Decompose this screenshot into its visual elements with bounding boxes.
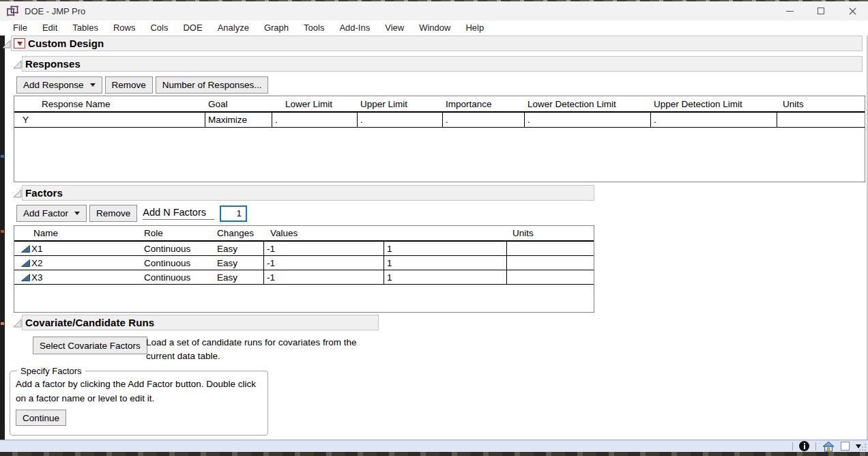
number-of-responses-button[interactable]: Number of Responses...: [156, 76, 269, 94]
disclosure-icon-responses[interactable]: [13, 60, 22, 69]
disclosure-icon-custom-design[interactable]: [2, 40, 11, 48]
remove-factor-button[interactable]: Remove: [89, 205, 137, 222]
add-n-factors-input[interactable]: [220, 205, 247, 222]
close-icon: [849, 8, 856, 15]
close-button[interactable]: [837, 1, 868, 20]
factor-changes-cell[interactable]: Easy: [209, 242, 263, 256]
factor-name-cell[interactable]: X2: [14, 256, 134, 270]
minimize-button[interactable]: [774, 1, 805, 20]
chevron-down-icon: [74, 212, 80, 215]
col-header-upper-detection-limit: Upper Detection Limit: [651, 96, 777, 111]
factor-role-cell[interactable]: Continuous: [134, 270, 209, 285]
response-lower-limit-cell[interactable]: .: [272, 113, 358, 128]
factor-changes-cell[interactable]: Easy: [209, 270, 263, 285]
factor-row-x1: X1 Continuous Easy -1 1: [14, 242, 594, 256]
add-n-factors-label: Add N Factors: [143, 207, 214, 220]
home-icon[interactable]: [822, 441, 835, 452]
col-header-changes: Changes: [209, 226, 263, 240]
factors-table: Name Role Changes Values Units X1 Contin…: [14, 225, 594, 313]
menu-item-analyze[interactable]: Analyze: [210, 21, 257, 35]
add-factor-label: Add Factor: [23, 208, 68, 218]
col-header-units: Units: [777, 96, 865, 111]
menu-item-window[interactable]: Window: [411, 21, 458, 35]
responses-table: Response Name Goal Lower Limit Upper Lim…: [14, 96, 865, 182]
factor-name-text: X1: [31, 244, 43, 254]
col-header-factor-units: Units: [507, 226, 594, 240]
response-goal-cell[interactable]: Maximize: [205, 113, 272, 128]
factors-table-header-row: Name Role Changes Values Units: [14, 226, 594, 242]
menu-item-addins[interactable]: Add-Ins: [332, 21, 377, 35]
specify-factors-groupbox: Specify Factors Add a factor by clicking…: [10, 366, 268, 436]
specify-factors-legend: Specify Factors: [17, 366, 85, 376]
add-response-button[interactable]: Add Response: [16, 76, 102, 94]
background-speck: [1, 322, 4, 325]
menu-item-tools[interactable]: Tools: [296, 21, 332, 35]
window-indicator-icon[interactable]: [841, 442, 850, 451]
response-name-cell[interactable]: Y: [14, 113, 205, 128]
status-divider: [792, 442, 793, 451]
col-header-lower-detection-limit: Lower Detection Limit: [525, 96, 651, 111]
add-factor-button[interactable]: Add Factor: [16, 205, 87, 222]
add-response-label: Add Response: [23, 80, 84, 90]
remove-response-button[interactable]: Remove: [105, 76, 153, 94]
select-covariate-factors-button[interactable]: Select Covariate Factors: [33, 337, 147, 354]
response-lower-detection-cell[interactable]: .: [525, 113, 651, 128]
factor-value-low-cell[interactable]: -1: [263, 242, 384, 256]
responses-table-header-row: Response Name Goal Lower Limit Upper Lim…: [14, 96, 865, 113]
menu-item-cols[interactable]: Cols: [143, 21, 175, 35]
factor-units-cell[interactable]: [507, 270, 594, 285]
menu-item-rows[interactable]: Rows: [106, 21, 143, 35]
response-upper-detection-cell[interactable]: .: [651, 113, 777, 128]
factor-name-cell[interactable]: X1: [14, 242, 134, 256]
response-upper-limit-cell[interactable]: .: [358, 113, 443, 128]
response-units-cell[interactable]: [777, 113, 865, 128]
factor-value-low-cell[interactable]: -1: [263, 256, 384, 270]
status-divider: [815, 442, 816, 451]
jmp-doe-app-icon: [5, 4, 19, 18]
menu-item-tables[interactable]: Tables: [65, 21, 106, 35]
jmp-doe-window: DOE - JMP Pro File Edit Tables Rows Cols…: [0, 0, 868, 456]
col-header-values-spacer: [384, 226, 507, 240]
window-title: DOE - JMP Pro: [25, 6, 85, 16]
factor-changes-cell[interactable]: Easy: [209, 256, 263, 270]
factor-value-high-cell[interactable]: 1: [384, 242, 507, 256]
menu-item-edit[interactable]: Edit: [35, 21, 65, 35]
background-speck: [1, 230, 4, 233]
window-controls: [774, 1, 868, 20]
info-icon[interactable]: [799, 441, 809, 451]
factor-role-cell[interactable]: Continuous: [134, 256, 209, 270]
disclosure-icon-factors[interactable]: [13, 189, 22, 198]
factor-value-high-cell[interactable]: 1: [384, 270, 507, 285]
red-triangle-menu-icon[interactable]: [14, 38, 25, 48]
continue-button[interactable]: Continue: [16, 410, 66, 426]
continuous-factor-icon: [21, 259, 30, 267]
col-header-goal: Goal: [205, 96, 272, 111]
col-header-upper-limit: Upper Limit: [358, 96, 443, 111]
factor-name-cell[interactable]: X3: [14, 270, 134, 285]
title-bar: DOE - JMP Pro: [0, 1, 868, 20]
factor-value-high-cell[interactable]: 1: [384, 256, 507, 270]
factor-value-low-cell[interactable]: -1: [263, 270, 384, 285]
resize-grip[interactable]: [858, 443, 867, 451]
menu-item-help[interactable]: Help: [458, 21, 491, 35]
custom-design-header: Custom Design: [11, 35, 863, 51]
menu-item-view[interactable]: View: [377, 21, 411, 35]
number-of-responses-label: Number of Responses...: [162, 80, 262, 90]
factor-units-cell[interactable]: [507, 242, 594, 256]
remove-factor-label: Remove: [96, 208, 130, 218]
factor-name-text: X2: [31, 258, 43, 268]
factor-role-cell[interactable]: Continuous: [134, 242, 209, 256]
disclosure-icon-covariate[interactable]: [13, 319, 22, 328]
custom-design-title: Custom Design: [28, 38, 104, 49]
maximize-button[interactable]: [805, 1, 837, 20]
maximize-icon: [818, 8, 824, 14]
menu-item-graph[interactable]: Graph: [257, 21, 296, 35]
menu-item-doe[interactable]: DOE: [175, 21, 209, 35]
select-covariate-factors-label: Select Covariate Factors: [40, 341, 141, 351]
covariate-title: Covariate/Candidate Runs: [25, 317, 154, 328]
response-importance-cell[interactable]: .: [443, 113, 525, 128]
menu-item-file[interactable]: File: [5, 21, 35, 35]
col-header-name: Name: [14, 226, 134, 240]
menu-bar: File Edit Tables Rows Cols DOE Analyze G…: [0, 20, 868, 35]
factor-units-cell[interactable]: [507, 256, 594, 270]
